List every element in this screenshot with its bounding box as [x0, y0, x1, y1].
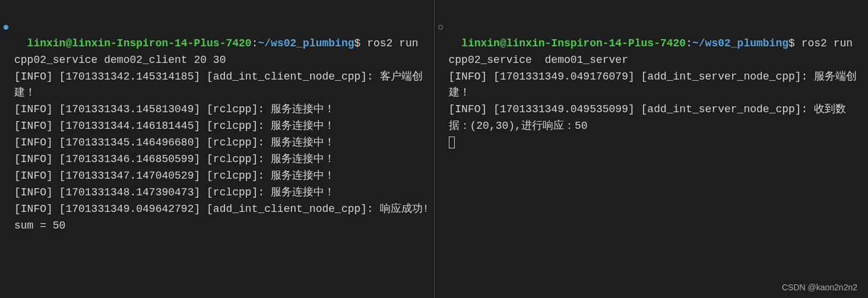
- prompt-colon-right: :: [686, 37, 692, 49]
- terminal-pane-left[interactable]: linxin@linxin-Inspiron-14-Plus-7420:~/ws…: [0, 0, 435, 298]
- prompt-user-host-left: linxin@linxin-Inspiron-14-Plus-7420: [27, 37, 252, 49]
- prompt-dollar-left: $: [354, 37, 368, 49]
- log-line-left: [INFO] [1701331349.049642792] [add_int_c…: [14, 203, 429, 232]
- prompt-dollar-right: $: [788, 37, 802, 49]
- active-pane-indicator: [4, 25, 8, 30]
- prompt-colon-left: :: [252, 37, 258, 49]
- prompt-user-host-right: linxin@linxin-Inspiron-14-Plus-7420: [461, 37, 686, 49]
- watermark-text: CSDN @kaon2n2n2: [782, 281, 857, 294]
- log-line-left: [INFO] [1701331343.145813049] [rclcpp]: …: [14, 103, 335, 115]
- log-line-left: [INFO] [1701331342.145314185] [add_int_c…: [14, 71, 423, 99]
- prompt-path-right: ~/ws02_plumbing: [692, 37, 788, 49]
- log-line-left: [INFO] [1701331346.146850599] [rclcpp]: …: [14, 153, 335, 165]
- cursor-icon: [449, 137, 455, 148]
- log-line-right: [INFO] [1701331349.049535099] [add_int_s…: [449, 103, 847, 132]
- log-line-right: [INFO] [1701331349.049176079] [add_int_s…: [449, 71, 857, 99]
- log-line-left: [INFO] [1701331345.146496680] [rclcpp]: …: [14, 137, 335, 148]
- log-line-left: [INFO] [1701331344.146181445] [rclcpp]: …: [14, 120, 335, 132]
- terminal-pane-right[interactable]: linxin@linxin-Inspiron-14-Plus-7420:~/ws…: [435, 0, 869, 298]
- inactive-pane-indicator: [438, 25, 443, 30]
- prompt-path-left: ~/ws02_plumbing: [258, 37, 354, 49]
- log-line-left: [INFO] [1701331348.147390473] [rclcpp]: …: [14, 186, 335, 198]
- log-line-left: [INFO] [1701331347.147040529] [rclcpp]: …: [14, 170, 335, 182]
